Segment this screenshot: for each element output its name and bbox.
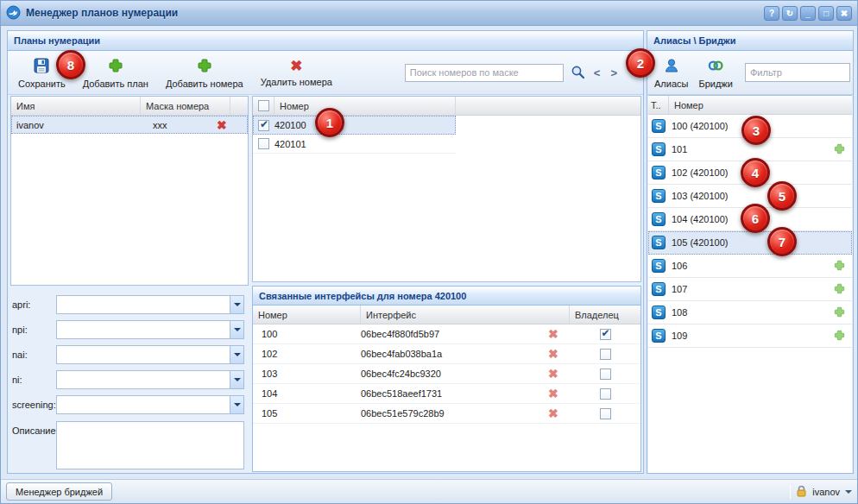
add-alias-icon[interactable] [833, 142, 846, 157]
delete-numbers-button[interactable]: ✖ Удалить номера [254, 55, 339, 91]
alias-number: 109 [672, 331, 833, 341]
search-icon[interactable] [571, 65, 585, 81]
aliases-panel-title: Алиасы \ Бриджи [653, 35, 735, 46]
sip-icon: S [652, 236, 666, 249]
linked-interfaces-title: Связанные интерфейсы для номера 420100 [259, 291, 466, 301]
unlink-icon[interactable]: ✖ [548, 368, 570, 380]
add-plan-button[interactable]: Добавить план [76, 54, 155, 92]
bridges-button[interactable]: Бриджи [694, 54, 736, 92]
annotation-badge-4: 4 [741, 158, 770, 187]
number-value: 420101 [274, 139, 306, 149]
unlink-icon[interactable]: ✖ [548, 407, 570, 419]
add-alias-icon[interactable] [833, 282, 846, 297]
number-checkbox[interactable] [258, 120, 269, 131]
number-row[interactable]: 420101 [253, 135, 456, 154]
owner-checkbox[interactable] [600, 408, 611, 419]
nai-input[interactable] [56, 345, 230, 364]
interface-row[interactable]: 100 06bec4f880fd5b97 ✖ [253, 324, 640, 344]
column-header-number[interactable]: Номер [253, 306, 361, 324]
search-group: < > [405, 64, 619, 82]
close-icon[interactable]: ✖ [836, 6, 852, 21]
screening-field-row: screening: [10, 395, 249, 414]
interface-row[interactable]: 104 06bec518aeef1731 ✖ [253, 384, 640, 404]
alias-row[interactable]: S 107 [648, 278, 852, 301]
chevron-down-icon[interactable] [230, 345, 244, 364]
refresh-icon[interactable]: ↻ [782, 6, 798, 21]
delete-plan-icon[interactable]: ✖ [217, 119, 227, 131]
column-header-mask[interactable]: Маска номера [141, 97, 230, 115]
user-menu-chevron-icon[interactable] [845, 490, 852, 497]
interface-id: 06bec4f880fd5b97 [361, 329, 548, 339]
column-header-number[interactable]: Номер [274, 97, 456, 115]
plans-panel-title: Планы нумерации [14, 35, 100, 46]
maximize-icon[interactable]: □ [818, 6, 834, 21]
plan-name: ivanov [11, 120, 141, 130]
chevron-down-icon[interactable] [230, 320, 244, 339]
column-header-name[interactable]: Имя [11, 97, 141, 115]
status-user-area[interactable]: ivanov [790, 485, 852, 499]
chevron-down-icon[interactable] [230, 370, 244, 389]
aliases-button-label: Алиасы [654, 79, 688, 89]
lock-icon [796, 485, 807, 499]
taskbar-item-bridge-manager[interactable]: Менеджер бриджей [6, 482, 112, 501]
aliases-panel: Алиасы \ Бриджи Алиасы [647, 30, 854, 474]
owner-checkbox[interactable] [600, 329, 611, 340]
plan-row[interactable]: ivanov xxx ✖ [11, 116, 248, 134]
apri-input[interactable] [56, 295, 230, 314]
column-header-type[interactable]: Т.. [648, 96, 669, 114]
apri-label: apri: [12, 295, 30, 314]
add-alias-icon[interactable] [833, 329, 846, 343]
plans-grid: Имя Маска номера ivanov xxx ✖ [10, 96, 249, 286]
screening-input[interactable] [56, 395, 230, 414]
ni-input[interactable] [56, 370, 230, 389]
window-title: Менеджер планов нумерации [26, 7, 759, 19]
column-header-number[interactable]: Номер [669, 96, 852, 114]
number-row[interactable]: 420100 [253, 116, 456, 135]
interface-id: 06bec4fc24bc9320 [361, 369, 548, 379]
owner-checkbox[interactable] [600, 369, 611, 380]
interface-row[interactable]: 105 06bec51e579c28b9 ✖ [253, 404, 640, 424]
alias-row[interactable]: S 109 [648, 324, 852, 348]
interface-id: 06bec51e579c28b9 [361, 408, 548, 419]
add-alias-icon[interactable] [833, 306, 846, 320]
owner-checkbox[interactable] [600, 349, 611, 360]
alias-row[interactable]: S 108 [648, 301, 852, 324]
column-header-interface[interactable]: Интерфейс [361, 306, 570, 324]
add-numbers-button[interactable]: Добавить номера [159, 54, 250, 92]
owner-checkbox[interactable] [600, 388, 611, 400]
alias-row[interactable]: S 105 (420100) [648, 231, 852, 255]
number-checkbox[interactable] [258, 138, 269, 149]
npi-input[interactable] [56, 320, 230, 339]
alias-row[interactable]: S 106 [648, 255, 852, 278]
annotation-badge-5: 5 [767, 181, 797, 211]
select-all-checkbox[interactable] [258, 100, 269, 111]
unlink-icon[interactable]: ✖ [548, 328, 570, 340]
screening-combo [56, 395, 244, 414]
add-alias-icon[interactable] [833, 259, 846, 274]
chevron-down-icon[interactable] [230, 295, 244, 314]
help-icon[interactable]: ? [764, 6, 779, 21]
add-plan-button-label: Добавить план [83, 79, 148, 89]
column-header-owner[interactable]: Владелец [570, 306, 640, 324]
numbers-grid: Номер 420100 420101 [252, 96, 641, 282]
aliases-button[interactable]: Алиасы [650, 54, 692, 92]
page-next-button[interactable]: > [609, 66, 619, 79]
annotation-badge-6: 6 [741, 204, 770, 233]
sip-icon: S [652, 166, 666, 180]
interface-row[interactable]: 102 06bec4fab038ba1a ✖ [253, 344, 640, 364]
alias-number: 107 [672, 284, 833, 294]
interface-number: 103 [253, 369, 361, 379]
interface-id: 06bec518aeef1731 [361, 388, 548, 399]
unlink-icon[interactable]: ✖ [548, 387, 570, 400]
search-input[interactable] [405, 64, 564, 82]
unlink-icon[interactable]: ✖ [548, 348, 570, 360]
screening-label: screening: [12, 395, 56, 414]
chevron-down-icon[interactable] [230, 395, 244, 414]
description-textarea[interactable] [56, 421, 244, 469]
filter-input[interactable] [745, 63, 850, 82]
interface-row[interactable]: 103 06bec4fc24bc9320 ✖ [253, 364, 640, 384]
minimize-icon[interactable]: _ [800, 6, 816, 21]
window-titlebar[interactable]: Менеджер планов нумерации ? ↻ _ □ ✖ [1, 1, 857, 26]
alias-number: 108 [672, 307, 833, 318]
page-prev-button[interactable]: < [592, 66, 602, 79]
